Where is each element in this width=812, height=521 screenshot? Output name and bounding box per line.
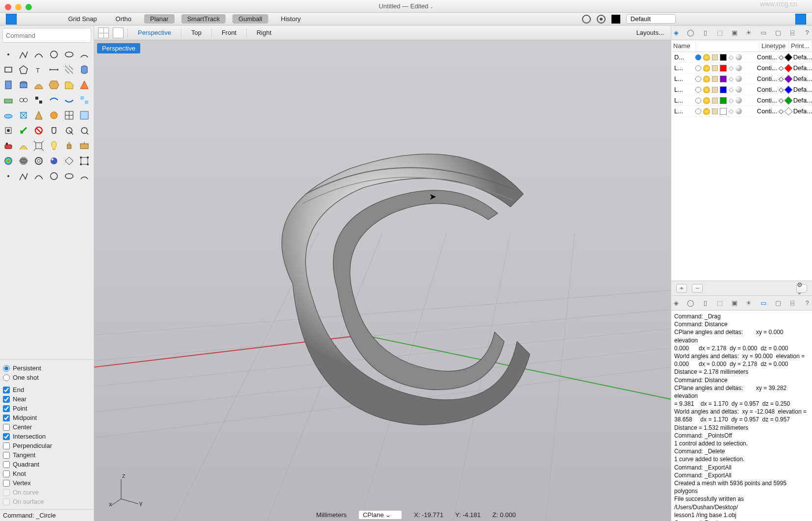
tool-fillet[interactable] (62, 78, 76, 92)
tool-color[interactable] (31, 169, 46, 183)
app-icon[interactable] (6, 14, 17, 25)
layer-visibility-icon[interactable] (703, 76, 710, 82)
layer-options-button[interactable]: ⚙ ⌄ (796, 284, 807, 293)
layer-current-dot[interactable] (695, 87, 701, 93)
tool-copy[interactable] (77, 93, 92, 107)
layer-visibility-icon[interactable] (703, 54, 710, 61)
tool-properties[interactable] (47, 123, 61, 138)
osnap-perpendicular[interactable]: Perpendicular (3, 441, 91, 450)
layer-material-icon[interactable] (736, 86, 742, 93)
layer-linetype[interactable]: Conti... ◇ (757, 53, 786, 61)
tool-ellipse[interactable] (62, 47, 76, 62)
add-layer-button[interactable]: + (676, 284, 687, 293)
layer-visibility-icon[interactable] (703, 108, 710, 115)
tab-front[interactable]: Front (216, 27, 242, 38)
tool-group[interactable] (62, 108, 76, 123)
display-icon[interactable]: ▢ (773, 28, 783, 38)
tool-snap[interactable] (77, 154, 92, 168)
layer-visibility-icon[interactable] (703, 65, 710, 72)
tool-dim[interactable] (47, 62, 61, 77)
layer-lock-icon[interactable] (712, 54, 718, 60)
layer-lock-icon[interactable] (712, 98, 718, 104)
tool-matball[interactable] (77, 169, 92, 183)
layer-dropdown[interactable]: Default (626, 14, 676, 24)
tool-analyze[interactable] (16, 154, 31, 168)
tool-mirror[interactable] (31, 108, 46, 123)
gumball-toggle[interactable]: Gumball (232, 14, 268, 24)
layers-header-name[interactable]: Name (671, 40, 696, 52)
camera2-icon[interactable]: ▣ (730, 298, 739, 308)
remove-layer-button[interactable]: − (692, 284, 703, 293)
layer-linetype[interactable]: Conti... ◇ (757, 97, 786, 104)
minimize-window[interactable] (15, 4, 22, 10)
cplane2-icon[interactable]: ▭ (759, 298, 768, 308)
layer-color-swatch[interactable] (720, 54, 727, 61)
box2-icon[interactable]: ⬚ (715, 298, 725, 308)
layer-current-dot[interactable] (695, 65, 701, 71)
layer-lock-icon[interactable] (712, 87, 718, 93)
osnap-quadrant[interactable]: Quadrant (3, 460, 91, 469)
tool-mesh[interactable] (62, 154, 76, 168)
layer-color-swatch[interactable] (720, 65, 727, 72)
layer-current-dot[interactable] (695, 98, 701, 104)
monitor2-icon[interactable]: ⌸ (788, 298, 798, 308)
layer-current-dot[interactable] (695, 54, 701, 60)
layer-material-icon[interactable] (736, 65, 742, 71)
layer-lock-icon[interactable] (712, 76, 718, 82)
tool-extrude[interactable] (1, 78, 16, 92)
tab-top[interactable]: Top (185, 27, 207, 38)
tool-light[interactable] (1, 169, 16, 183)
command-input[interactable] (2, 28, 91, 43)
circle2-icon[interactable]: ◯ (686, 298, 696, 308)
layer-lock-icon[interactable] (712, 108, 718, 114)
osnap-midpoint[interactable]: Midpoint (3, 413, 91, 422)
sun2-icon[interactable]: ☀ (744, 298, 754, 308)
layer-print[interactable]: Defa... (786, 86, 812, 93)
help2-icon[interactable]: ? (802, 298, 812, 308)
tool-circle[interactable] (47, 47, 61, 62)
tab-perspective[interactable]: Perspective (132, 27, 177, 38)
close-window[interactable] (5, 4, 11, 10)
panel-toggle-icon[interactable] (795, 14, 806, 25)
tool-curve[interactable] (31, 47, 46, 62)
layer-material-icon[interactable] (736, 97, 742, 104)
record-dot-icon[interactable] (597, 15, 606, 24)
layers-tab-icon[interactable]: ◈ (671, 28, 681, 38)
tool-show[interactable] (16, 123, 31, 138)
maximize-window[interactable] (25, 4, 32, 10)
layers2-icon[interactable]: ◈ (671, 298, 681, 308)
tool-selnone[interactable] (77, 123, 92, 138)
doc-icon[interactable]: ▯ (700, 28, 710, 38)
four-view-icon[interactable] (98, 27, 109, 38)
osnap-persistent[interactable]: Persistent (3, 364, 91, 373)
tool-polygon[interactable] (16, 62, 31, 77)
title-dropdown-icon[interactable]: ⌄ (430, 4, 433, 9)
layer-material-icon[interactable] (736, 108, 742, 114)
layer-row[interactable]: D...◇Conti... ◇Defa... (671, 52, 812, 63)
sun-icon[interactable]: ☀ (744, 28, 754, 38)
layer-color-swatch[interactable] (720, 86, 727, 93)
osnap-near[interactable]: Near (3, 394, 91, 404)
osnap-center[interactable]: Center (3, 422, 91, 432)
layer-print[interactable]: Defa... (786, 64, 812, 72)
osnap-end[interactable]: End (3, 385, 91, 394)
layer-visibility-icon[interactable] (703, 86, 710, 93)
tool-layer[interactable] (31, 123, 46, 138)
tab-right[interactable]: Right (251, 27, 277, 38)
layer-row[interactable]: L...◇Conti... ◇Defa... (671, 95, 812, 106)
layer-material-icon[interactable] (736, 76, 742, 82)
layer-row[interactable]: L...◇Conti... ◇Defa... (671, 106, 812, 117)
camera-icon[interactable]: ▣ (730, 28, 739, 38)
tool-sphere[interactable] (47, 169, 61, 183)
command-history[interactable]: Command: _Drag Command: Distance CPlane … (671, 311, 812, 521)
tool-chamfer[interactable] (77, 78, 92, 92)
layer-row[interactable]: L...◇Conti... ◇Defa... (671, 63, 812, 74)
tool-join[interactable] (31, 93, 46, 107)
tool-render[interactable] (31, 138, 46, 153)
layer-linetype[interactable]: Conti... ◇ (757, 86, 786, 93)
tool-rectangle[interactable] (1, 62, 16, 77)
layouts-button[interactable]: Layouts... (636, 29, 667, 36)
tool-ghost[interactable] (77, 138, 92, 153)
tool-selall[interactable] (62, 123, 76, 138)
display2-icon[interactable]: ▢ (773, 298, 783, 308)
